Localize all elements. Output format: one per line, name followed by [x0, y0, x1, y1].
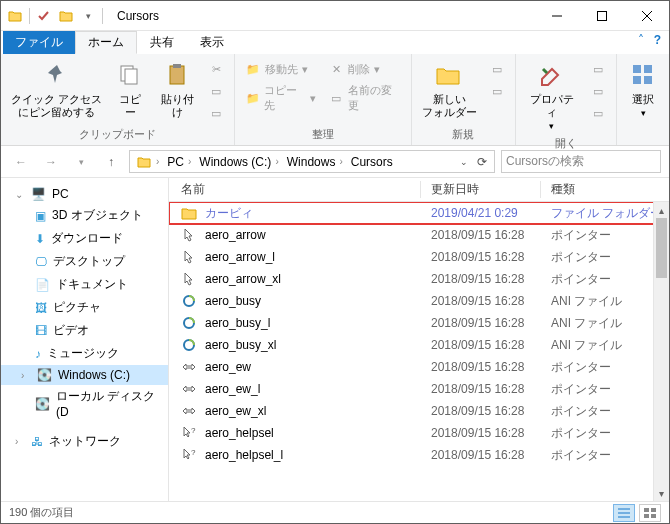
tab-home[interactable]: ホーム	[75, 31, 137, 54]
scroll-down-icon[interactable]: ▾	[654, 485, 669, 501]
table-row[interactable]: aero_busy_l2018/09/15 16:28ANI ファイル	[169, 312, 669, 334]
file-tab[interactable]: ファイル	[3, 31, 75, 54]
nav-videos[interactable]: 🎞ビデオ	[1, 319, 168, 342]
pin-quick-access-button[interactable]: クイック アクセス にピン留めする	[7, 57, 106, 121]
search-input[interactable]: Cursorsの検索	[501, 150, 661, 173]
folder-icon	[181, 205, 197, 221]
new-folder-icon	[433, 59, 465, 91]
dropdown-icon[interactable]: ▾	[80, 8, 96, 24]
window-title: Cursors	[117, 9, 159, 23]
crumb-cursors[interactable]: Cursors	[347, 155, 397, 169]
group-label: クリップボード	[7, 125, 228, 145]
table-row[interactable]: カービィ2019/04/21 0:29ファイル フォルダー	[169, 202, 669, 224]
table-row[interactable]: aero_busy2018/09/15 16:28ANI ファイル	[169, 290, 669, 312]
view-details-button[interactable]	[613, 504, 635, 522]
video-icon: 🎞	[35, 324, 47, 338]
pc-icon: 🖥️	[31, 187, 46, 201]
up-button[interactable]: ↑	[99, 150, 123, 174]
view-icons-button[interactable]	[639, 504, 661, 522]
file-date: 2018/09/15 16:28	[421, 404, 541, 418]
rename-button[interactable]: ▭名前の変更	[324, 81, 404, 115]
table-row[interactable]: aero_arrow2018/09/15 16:28ポインター	[169, 224, 669, 246]
move-to-button[interactable]: 📁移動先 ▾	[241, 59, 320, 79]
desktop-icon: 🖵	[35, 255, 47, 269]
crumb-c[interactable]: Windows (C:)›	[195, 155, 282, 169]
nav-desktop[interactable]: 🖵デスクトップ	[1, 250, 168, 273]
nav-pictures[interactable]: 🖼ピクチャ	[1, 296, 168, 319]
paste-button[interactable]: 貼り付け	[154, 57, 200, 121]
ribbon-collapse-icon[interactable]: ˄	[638, 33, 644, 47]
copy-to-button[interactable]: 📁コピー先 ▾	[241, 81, 320, 115]
nav-d-drive[interactable]: 💽ローカル ディスク (D	[1, 385, 168, 422]
svg-rect-7	[633, 76, 641, 84]
table-row[interactable]: aero_ew_xl2018/09/15 16:28ポインター	[169, 400, 669, 422]
table-row[interactable]: aero_busy_xl2018/09/15 16:28ANI ファイル	[169, 334, 669, 356]
edit-button[interactable]: ▭	[586, 81, 610, 101]
select-button[interactable]: 選択▾	[623, 57, 663, 121]
nav-3d[interactable]: ▣3D オブジェクト	[1, 204, 168, 227]
col-name[interactable]: 名前	[169, 181, 421, 198]
check-icon[interactable]	[36, 8, 52, 24]
scroll-up-icon[interactable]: ▴	[654, 202, 669, 218]
file-date: 2018/09/15 16:28	[421, 382, 541, 396]
table-row[interactable]: aero_ew2018/09/15 16:28ポインター	[169, 356, 669, 378]
file-name: aero_ew	[205, 360, 251, 374]
folder-small-icon[interactable]	[58, 8, 74, 24]
tab-view[interactable]: 表示	[187, 31, 237, 54]
properties-button[interactable]: プロパティ▾	[522, 57, 582, 134]
file-type: ポインター	[541, 447, 669, 464]
nav-c-drive[interactable]: ›💽Windows (C:)	[1, 365, 168, 385]
column-headers[interactable]: 名前 更新日時 種類	[169, 178, 669, 202]
help-icon[interactable]: ?	[654, 33, 661, 47]
new-folder-button[interactable]: 新しい フォルダー	[418, 57, 481, 121]
close-button[interactable]	[624, 1, 669, 30]
table-row[interactable]: aero_arrow_xl2018/09/15 16:28ポインター	[169, 268, 669, 290]
copy-path-button[interactable]: ▭	[204, 81, 228, 101]
nav-music[interactable]: ♪ミュージック	[1, 342, 168, 365]
file-type: ファイル フォルダー	[541, 205, 669, 222]
nav-pane[interactable]: ⌄🖥️PC ▣3D オブジェクト ⬇ダウンロード 🖵デスクトップ 📄ドキュメント…	[1, 178, 169, 501]
nav-downloads[interactable]: ⬇ダウンロード	[1, 227, 168, 250]
new-item-button[interactable]: ▭	[485, 59, 509, 79]
forward-button[interactable]: →	[39, 150, 63, 174]
easy-access-button[interactable]: ▭	[485, 81, 509, 101]
delete-button[interactable]: ✕削除 ▾	[324, 59, 404, 79]
open-button[interactable]: ▭	[586, 59, 610, 79]
ribbon-tabs: ファイル ホーム 共有 表示 ˄ ?	[1, 31, 669, 54]
file-type: ポインター	[541, 425, 669, 442]
copy-button[interactable]: コピー	[110, 57, 150, 121]
scrollbar[interactable]: ▴ ▾	[653, 202, 669, 501]
col-date[interactable]: 更新日時	[421, 181, 541, 198]
col-type[interactable]: 種類	[541, 181, 669, 198]
svg-rect-14	[644, 508, 649, 512]
minimize-button[interactable]	[534, 1, 579, 30]
tab-share[interactable]: 共有	[137, 31, 187, 54]
crumb-windows[interactable]: Windows›	[283, 155, 347, 169]
file-type: ポインター	[541, 227, 669, 244]
refresh-button[interactable]: ⟳	[472, 150, 492, 174]
history-button[interactable]: ▭	[586, 103, 610, 123]
cut-button[interactable]: ✂	[204, 59, 228, 79]
nav-pc[interactable]: ⌄🖥️PC	[1, 184, 168, 204]
crumb-pc[interactable]: PC›	[163, 155, 195, 169]
recent-button[interactable]: ▾	[69, 150, 93, 174]
table-row[interactable]: aero_arrow_l2018/09/15 16:28ポインター	[169, 246, 669, 268]
copy-to-icon: 📁	[245, 90, 260, 106]
maximize-button[interactable]	[579, 1, 624, 30]
table-row[interactable]: ?aero_helpsel_l2018/09/15 16:28ポインター	[169, 444, 669, 466]
folder-icon	[136, 154, 152, 170]
back-button[interactable]: ←	[9, 150, 33, 174]
paste-shortcut-button[interactable]: ▭	[204, 103, 228, 123]
table-row[interactable]: aero_ew_l2018/09/15 16:28ポインター	[169, 378, 669, 400]
svg-rect-17	[651, 514, 656, 518]
svg-rect-6	[644, 65, 652, 73]
table-row[interactable]: ?aero_helpsel2018/09/15 16:28ポインター	[169, 422, 669, 444]
scroll-thumb[interactable]	[656, 218, 667, 278]
dropdown-addr-icon[interactable]: ⌄	[456, 157, 472, 167]
nav-documents[interactable]: 📄ドキュメント	[1, 273, 168, 296]
nav-network[interactable]: ›🖧ネットワーク	[1, 430, 168, 453]
file-name: aero_ew_xl	[205, 404, 266, 418]
address-bar[interactable]: › PC› Windows (C:)› Windows› Cursors ⌄ ⟳	[129, 150, 495, 173]
paste-icon	[161, 59, 193, 91]
ew-icon	[181, 359, 197, 375]
